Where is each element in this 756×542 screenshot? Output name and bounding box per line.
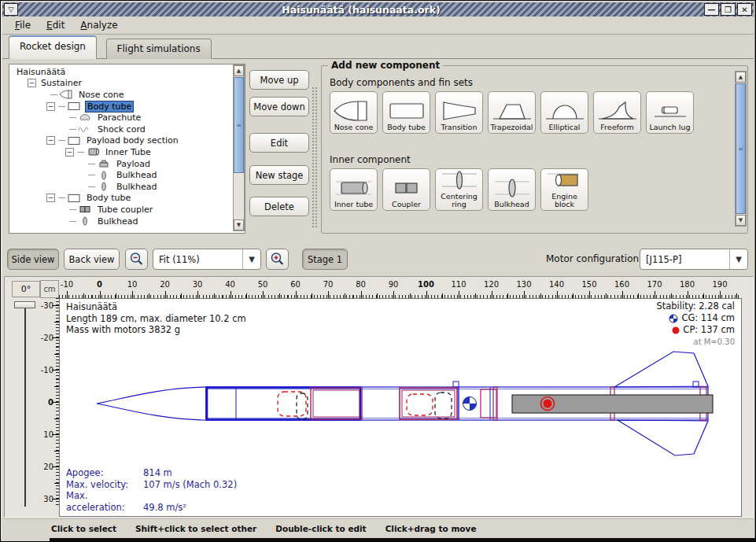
tree-row[interactable]: Haisunäätä <box>10 66 231 78</box>
scroll-down-icon[interactable]: ▼ <box>736 215 746 226</box>
tree-row[interactable]: Bulkhead <box>10 216 231 227</box>
tree-row[interactable]: −Body tube <box>10 193 231 205</box>
delete-button[interactable]: Delete <box>249 197 309 216</box>
add-centering-ring-button[interactable]: Centering ring <box>435 168 483 211</box>
scroll-up-icon[interactable]: ▲ <box>736 72 746 83</box>
tree-item-label[interactable]: Tube coupler <box>96 205 154 215</box>
ruler-tick <box>132 291 133 298</box>
tree-item-label[interactable]: Parachute <box>96 112 142 123</box>
tree-item-label[interactable]: Payload <box>115 159 152 169</box>
acceleration-value: 49.8 m/s² <box>143 502 186 513</box>
ruler-tick <box>165 291 166 298</box>
move-down-button[interactable]: Move down <box>249 97 309 116</box>
rocket-mass: Mass with motors 3832 g <box>66 324 246 336</box>
tree-row[interactable]: −Sustainer <box>10 78 231 90</box>
tree-expander-icon[interactable]: − <box>65 148 74 157</box>
ruler-tick <box>655 291 655 298</box>
chevron-down-icon: ▼ <box>729 249 747 269</box>
move-up-button[interactable]: Move up <box>249 70 309 90</box>
title-bar[interactable]: ▽ Haisunäätä (haisunaata.ork) — ❐ ✕ <box>2 2 754 17</box>
scroll-up-icon[interactable]: ▲ <box>234 65 244 76</box>
stage-1-toggle[interactable]: Stage 1 <box>302 249 348 270</box>
add-elliptical-button[interactable]: Elliptical <box>540 91 588 134</box>
tree-row[interactable]: Bulkhead <box>10 169 231 181</box>
tree-row[interactable]: Parachute <box>10 112 231 124</box>
zoom-in-button[interactable] <box>266 249 289 270</box>
tree-scrollbar[interactable]: ▲ ≡ ▼ <box>233 65 245 231</box>
component-scrollbar-thumb[interactable]: ≡ <box>736 83 746 214</box>
stability-info: Stability: 2.28 cal CG: 114 cm CP: 137 c… <box>656 300 735 348</box>
zoom-select[interactable]: Fit (11%) ▼ <box>153 249 261 270</box>
add-nose-cone-button[interactable]: Nose cone <box>330 91 378 134</box>
tree-item-label[interactable]: Shock cord <box>96 124 147 135</box>
tree-row[interactable]: Payload <box>10 158 231 170</box>
tree-item-label[interactable]: Body tube <box>85 101 134 112</box>
tree-item-label[interactable]: Bulkhead <box>96 216 139 227</box>
tree-item-label[interactable]: Bulkhead <box>115 170 158 180</box>
tab-flight-simulations[interactable]: Flight simulations <box>106 39 212 59</box>
ruler-tick-label: 20 <box>160 280 170 289</box>
back-view-button[interactable]: Back view <box>64 249 120 270</box>
tree-row[interactable]: Nose cone <box>10 89 231 101</box>
maximize-button[interactable]: ❐ <box>721 3 736 16</box>
tree-expander-icon[interactable]: − <box>46 102 55 111</box>
new-stage-button[interactable]: New stage <box>249 165 309 185</box>
tree-expander-icon[interactable]: − <box>46 194 55 202</box>
tree-row[interactable]: −Inner Tube <box>10 146 231 158</box>
window-menu-icon[interactable]: ▽ <box>4 3 18 16</box>
add-launch-lug-button[interactable]: Launch lug <box>646 91 694 134</box>
trapezoidal-icon <box>490 99 534 123</box>
component-button-label: Transition <box>441 124 478 131</box>
rotation-slider-handle[interactable] <box>14 301 35 308</box>
tree-row[interactable]: −Payload body section <box>10 135 231 147</box>
close-button[interactable]: ✕ <box>737 3 752 16</box>
motor-configuration-label: Motor configuration: <box>546 253 642 264</box>
minimize-button[interactable]: — <box>704 3 719 16</box>
tree-row[interactable]: Tube coupler <box>10 204 231 216</box>
menu-item-file[interactable]: File <box>7 17 39 33</box>
scroll-down-icon[interactable]: ▼ <box>234 219 244 230</box>
tree-item-label[interactable]: Sustainer <box>39 78 83 88</box>
tree-item-label[interactable]: Bulkhead <box>115 182 158 192</box>
tree-expander-icon[interactable]: − <box>46 136 55 145</box>
tree-item-label[interactable]: Haisunäätä <box>15 67 67 77</box>
tree-row[interactable]: Bulkhead <box>10 181 231 193</box>
rotation-slider-track[interactable] <box>24 308 26 507</box>
rocket-dimensions: Length 189 cm, max. diameter 10.2 cm <box>66 313 246 325</box>
tree-scrollbar-thumb[interactable]: ≡ <box>234 77 244 173</box>
body-tube-icon <box>385 99 429 123</box>
menu-item-analyze[interactable]: Analyze <box>72 17 125 33</box>
splitter-handle[interactable] <box>311 86 317 229</box>
motor-configuration-select[interactable]: [J115-P] ▼ <box>640 249 748 270</box>
add-body-tube-button[interactable]: Body tube <box>382 91 430 134</box>
add-transition-button[interactable]: Transition <box>435 91 483 134</box>
zoom-out-button[interactable] <box>125 249 148 270</box>
edit-button[interactable]: Edit <box>249 133 309 153</box>
add-coupler-button[interactable]: Coupler <box>382 168 430 211</box>
add-freeform-button[interactable]: Freeform <box>593 91 641 134</box>
tree-item-label[interactable]: Payload body section <box>85 135 180 146</box>
tree-item-label[interactable]: Body tube <box>85 193 132 203</box>
apogee-label: Apogee: <box>66 467 143 479</box>
group-title: Add new component <box>328 60 443 71</box>
side-view-button[interactable]: Side view <box>7 249 59 270</box>
tree-row[interactable]: Shock cord <box>10 124 231 135</box>
ruler-tick-label: 180 <box>680 280 695 289</box>
tree-item-label[interactable]: Nose cone <box>77 90 125 100</box>
component-scrollbar[interactable]: ▲ ≡ ▼ <box>735 71 747 227</box>
tree-row[interactable]: −Body tube <box>10 101 231 112</box>
tree-connector <box>77 152 84 153</box>
tree-item-label[interactable]: Inner Tube <box>104 147 153 157</box>
component-button-row: Inner tubeCouplerCentering ringBulkheadE… <box>330 168 588 211</box>
menu-item-edit[interactable]: Edit <box>39 17 72 33</box>
rocket-canvas[interactable]: Haisunäätä Length 189 cm, max. diameter … <box>59 298 742 517</box>
add-bulkhead-button[interactable]: Bulkhead <box>488 168 536 211</box>
add-trapezoidal-button[interactable]: Trapezoidal <box>488 91 536 134</box>
add-engine-block-button[interactable]: Engine block <box>540 168 588 211</box>
nose-cone-icon <box>332 99 376 123</box>
horizontal-ruler: -100102030405060708090100110120130140150… <box>59 279 740 298</box>
tab-rocket-design[interactable]: Rocket design <box>9 35 97 59</box>
tree-expander-icon[interactable]: − <box>28 79 36 87</box>
tree-connector <box>69 117 76 118</box>
add-inner-tube-button[interactable]: Inner tube <box>330 168 378 211</box>
